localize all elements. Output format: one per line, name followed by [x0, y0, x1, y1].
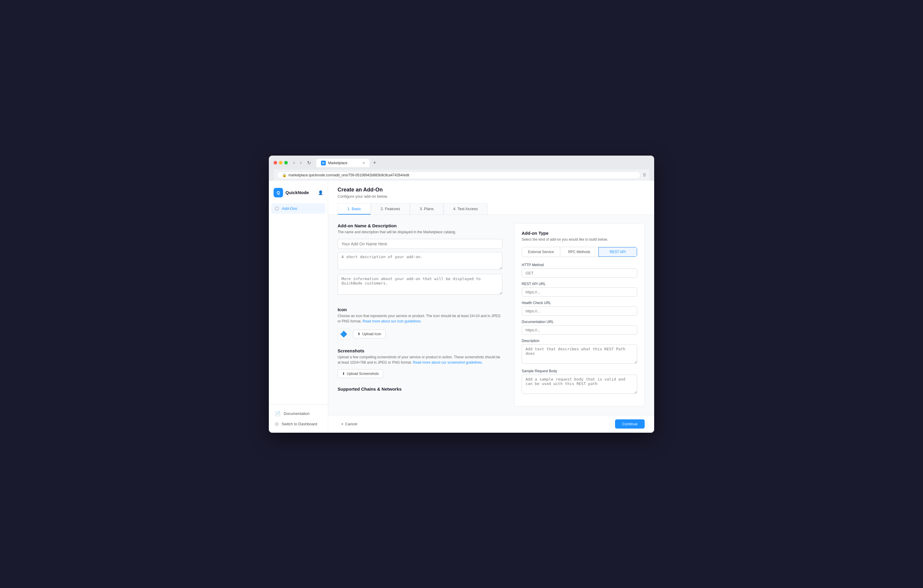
- tabs: 1. Basic 2. Features 3. Plans 4. Test Ac…: [338, 203, 645, 215]
- back-button[interactable]: ‹: [291, 159, 296, 166]
- documentation-url-label: Documentation URL: [522, 320, 637, 324]
- icon-upload-area: 🔷 ⬆ Upload Icon: [338, 328, 503, 340]
- http-method-input[interactable]: [522, 269, 637, 278]
- cancel-button[interactable]: × Cancel: [338, 420, 361, 428]
- sidebar-item-addons[interactable]: ⬡ Add-Ons: [271, 203, 325, 214]
- icon-section-title: Icon: [338, 307, 503, 312]
- active-tab[interactable]: M Marketplace ×: [316, 159, 370, 167]
- form-right: Add-on Type Select the kind of add-on yo…: [514, 223, 645, 407]
- type-rest-api-button[interactable]: REST API: [598, 247, 637, 257]
- description-textarea[interactable]: [522, 344, 637, 364]
- page-title: Create an Add-On: [338, 187, 645, 193]
- tab-plans[interactable]: 3. Plans: [410, 203, 443, 215]
- upload-icon-button[interactable]: ⬆ Upload Icon: [353, 330, 386, 338]
- tab-test-access[interactable]: 4. Test Access: [443, 203, 488, 215]
- screenshots-desc: Upload a few compelling screenshots of y…: [338, 355, 503, 365]
- sample-request-textarea[interactable]: [522, 374, 637, 394]
- form-footer: × Cancel Continue: [328, 415, 654, 433]
- upload-screenshots-label: Upload Screenshots: [347, 372, 379, 376]
- documentation-icon: 📄: [275, 411, 281, 416]
- refresh-button[interactable]: ↻: [305, 159, 313, 166]
- extensions-icon[interactable]: ⠿: [643, 173, 646, 177]
- sidebar-item-dash-label: Switch to Dashboard: [282, 422, 317, 426]
- tab-features[interactable]: 2. Features: [371, 203, 410, 215]
- logo-abbrev: Q: [277, 190, 280, 195]
- tab-3-label: Plans: [424, 207, 434, 211]
- address-bar[interactable]: 🔒 marketplace.quicknode.com/add_ons/756-…: [277, 171, 641, 179]
- form-area: Add-on Name & Description The name and d…: [328, 215, 654, 415]
- addon-type-desc: Select the kind of add-on you would like…: [522, 237, 637, 241]
- long-description-input[interactable]: [338, 274, 503, 295]
- lock-icon: 🔒: [282, 173, 287, 177]
- sidebar-item-doc-label: Documentation: [284, 411, 309, 416]
- icon-guidelines-link[interactable]: Read more about our icon guidelines.: [363, 319, 422, 324]
- browser-chrome: ‹ › ↻ M Marketplace × + 🔒 marketplace.qu…: [269, 156, 654, 181]
- documentation-url-input[interactable]: [522, 325, 637, 335]
- tab-label: Marketplace: [328, 161, 347, 165]
- sidebar-item-label: Add-Ons: [282, 206, 297, 211]
- screenshots-title: Screenshots: [338, 348, 503, 353]
- sidebar-item-switch-dashboard[interactable]: ⊙ Switch to Dashboard: [271, 419, 325, 429]
- tab-3-number: 3.: [420, 207, 423, 211]
- default-icon: 🔷: [340, 330, 347, 338]
- logo-icon: Q: [274, 188, 283, 197]
- short-description-input[interactable]: [338, 252, 503, 270]
- name-description-section: Add-on Name & Description The name and d…: [338, 223, 503, 299]
- maximize-traffic-light[interactable]: [284, 161, 288, 164]
- logo-text: QuickNode: [286, 190, 309, 195]
- minimize-traffic-light[interactable]: [279, 161, 282, 164]
- sidebar: Q QuickNode 👤 ⬡ Add-Ons 📄 Documentation …: [269, 181, 328, 433]
- addons-icon: ⬡: [275, 206, 279, 211]
- sidebar-logo: Q QuickNode 👤: [269, 186, 328, 203]
- user-icon[interactable]: 👤: [318, 190, 323, 195]
- right-panel: Add-on Type Select the kind of add-on yo…: [514, 223, 645, 407]
- type-rpc-methods-button[interactable]: RPC Methods: [560, 247, 598, 257]
- icon-preview: 🔷: [338, 328, 350, 340]
- addon-type-title: Add-on Type: [522, 231, 637, 236]
- screenshots-section: Screenshots Upload a few compelling scre…: [338, 348, 503, 378]
- health-check-url-input[interactable]: [522, 306, 637, 315]
- tab-1-number: 1.: [347, 207, 351, 211]
- rest-api-url-input[interactable]: [522, 287, 637, 297]
- sidebar-bottom: 📄 Documentation ⊙ Switch to Dashboard: [269, 404, 328, 433]
- name-section-desc: The name and description that will be di…: [338, 229, 503, 235]
- addon-name-input[interactable]: [338, 239, 503, 249]
- type-external-service-button[interactable]: External Service: [522, 247, 560, 257]
- upload-screenshots-icon: ⬆: [342, 372, 345, 376]
- upload-screenshots-button[interactable]: ⬆ Upload Screenshots: [338, 369, 383, 378]
- browser-toolbar-right: ⠿: [643, 173, 646, 177]
- dashboard-icon: ⊙: [275, 421, 279, 427]
- nav-buttons: ‹ › ↻: [291, 159, 313, 166]
- new-tab-button[interactable]: +: [371, 159, 379, 167]
- icon-section: Icon Choose an icon that represents your…: [338, 307, 503, 340]
- cancel-label: Cancel: [345, 422, 357, 426]
- address-bar-row: 🔒 marketplace.quicknode.com/add_ons/756-…: [274, 169, 649, 181]
- tab-2-number: 2.: [381, 207, 384, 211]
- tab-favicon: M: [321, 161, 326, 165]
- http-method-label: HTTP Method: [522, 263, 637, 267]
- addon-type-buttons: External Service RPC Methods REST API: [522, 247, 637, 257]
- icon-section-desc: Choose an icon that represents your serv…: [338, 313, 503, 324]
- health-check-url-label: Health Check URL: [522, 301, 637, 305]
- continue-button[interactable]: Continue: [615, 419, 645, 429]
- sidebar-item-documentation[interactable]: 📄 Documentation: [271, 408, 325, 419]
- chains-section: Supported Chains & Networks: [338, 386, 503, 391]
- tab-4-label: Test Access: [457, 207, 478, 211]
- cancel-x-icon: ×: [341, 422, 343, 426]
- page-header: Create an Add-On Configure your add-on b…: [328, 181, 654, 215]
- tab-close-button[interactable]: ×: [363, 161, 365, 165]
- screenshot-guidelines-link[interactable]: Read more about our screenshot guideline…: [413, 360, 483, 365]
- tab-4-number: 4.: [453, 207, 457, 211]
- forward-button[interactable]: ›: [298, 159, 303, 166]
- tab-1-label: Basic: [351, 207, 361, 211]
- chains-title: Supported Chains & Networks: [338, 386, 503, 391]
- close-traffic-light[interactable]: [274, 161, 277, 164]
- browser-window: ‹ › ↻ M Marketplace × + 🔒 marketplace.qu…: [269, 156, 654, 433]
- main-content: Create an Add-On Configure your add-on b…: [328, 181, 654, 433]
- tab-bar: M Marketplace × +: [316, 159, 379, 167]
- url-text: marketplace.quicknode.com/add_ons/756-05…: [288, 173, 409, 177]
- tab-basic[interactable]: 1. Basic: [338, 203, 371, 215]
- upload-icon: ⬆: [358, 332, 360, 336]
- name-section-title: Add-on Name & Description: [338, 223, 503, 228]
- description-label: Description: [522, 339, 637, 343]
